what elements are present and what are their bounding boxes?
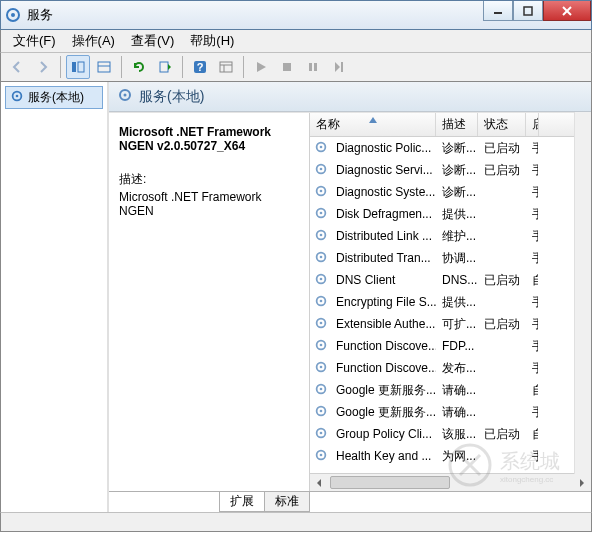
scroll-left-icon[interactable]: [310, 474, 328, 491]
tree-pane: 服务(本地): [1, 82, 109, 512]
svg-point-35: [320, 255, 323, 258]
sort-asc-icon: [369, 113, 377, 126]
service-name-cell: Distributed Tran...: [330, 251, 436, 265]
tree-root-label: 服务(本地): [28, 89, 84, 106]
table-row[interactable]: Distributed Tran...协调...手: [310, 247, 591, 269]
table-row[interactable]: Google 更新服务...请确...手: [310, 401, 591, 423]
pause-service-button[interactable]: [301, 55, 325, 79]
service-name-cell: Diagnostic Servi...: [330, 163, 436, 177]
svg-text:?: ?: [197, 61, 204, 73]
service-name-cell: Group Policy Cli...: [330, 427, 436, 441]
column-header-status[interactable]: 状态: [478, 113, 526, 136]
list-body[interactable]: Diagnostic Polic...诊断...已启动手Diagnostic S…: [310, 137, 591, 473]
export-button[interactable]: [153, 55, 177, 79]
gear-icon: [314, 382, 330, 399]
service-name-cell: Extensible Authe...: [330, 317, 436, 331]
service-status-cell: 已启动: [478, 272, 526, 289]
show-hide-tree-button[interactable]: [66, 55, 90, 79]
svg-point-39: [320, 299, 323, 302]
menu-file[interactable]: 文件(F): [5, 30, 64, 52]
service-desc-cell: 请确...: [436, 382, 478, 399]
table-row[interactable]: Distributed Link ...维护...手: [310, 225, 591, 247]
service-desc-cell: 请确...: [436, 404, 478, 421]
table-row[interactable]: Function Discove...FDP...手: [310, 335, 591, 357]
forward-button[interactable]: [31, 55, 55, 79]
watermark: 系统城 xitongcheng.cc: [445, 440, 585, 490]
refresh-button[interactable]: [127, 55, 151, 79]
service-desc-cell: 发布...: [436, 360, 478, 377]
svg-point-23: [124, 94, 127, 97]
svg-rect-10: [160, 62, 168, 72]
service-name-cell: Function Discove...: [330, 361, 436, 375]
svg-rect-7: [78, 62, 84, 72]
column-header-startup[interactable]: 启: [526, 113, 539, 136]
service-name-cell: Distributed Link ...: [330, 229, 436, 243]
gear-icon: [314, 360, 330, 377]
service-startup-cell: 手: [526, 404, 538, 421]
service-startup-cell: 手: [526, 250, 538, 267]
back-button[interactable]: [5, 55, 29, 79]
service-desc-cell: 可扩...: [436, 316, 478, 333]
menu-help[interactable]: 帮助(H): [182, 30, 242, 52]
service-name-cell: Google 更新服务...: [330, 404, 436, 421]
scrollbar-thumb[interactable]: [330, 476, 450, 489]
table-row[interactable]: DNS ClientDNS...已启动自: [310, 269, 591, 291]
column-header-name[interactable]: 名称: [310, 113, 436, 136]
service-name-cell: Disk Defragmen...: [330, 207, 436, 221]
close-button[interactable]: [543, 1, 591, 21]
service-name-cell: Function Discove...: [330, 339, 436, 353]
svg-point-27: [320, 167, 323, 170]
service-desc-cell: 维护...: [436, 228, 478, 245]
vertical-scrollbar[interactable]: [574, 112, 591, 474]
service-startup-cell: 手: [526, 140, 538, 157]
gear-icon: [314, 294, 330, 311]
table-row[interactable]: Disk Defragmen...提供...手: [310, 203, 591, 225]
gear-icon: [10, 89, 24, 106]
service-name-cell: DNS Client: [330, 273, 436, 287]
table-row[interactable]: Encrypting File S...提供...手: [310, 291, 591, 313]
minimize-button[interactable]: [483, 1, 513, 21]
pane-header: 服务(本地): [109, 82, 591, 112]
restart-service-button[interactable]: [327, 55, 351, 79]
service-startup-cell: 手: [526, 162, 538, 179]
service-startup-cell: 自: [526, 382, 538, 399]
service-name-cell: Diagnostic Polic...: [330, 141, 436, 155]
service-startup-cell: 手: [526, 316, 538, 333]
column-header-description[interactable]: 描述: [436, 113, 478, 136]
gear-icon: [314, 140, 330, 157]
svg-point-45: [320, 365, 323, 368]
gear-icon: [314, 316, 330, 333]
help-button[interactable]: ?: [188, 55, 212, 79]
svg-rect-16: [283, 63, 291, 71]
app-icon: [5, 7, 21, 23]
toolbar: ?: [0, 52, 592, 82]
menu-action[interactable]: 操作(A): [64, 30, 123, 52]
table-row[interactable]: Diagnostic Servi...诊断...已启动手: [310, 159, 591, 181]
service-name-cell: Encrypting File S...: [330, 295, 436, 309]
show-detail-button[interactable]: [92, 55, 116, 79]
stop-service-button[interactable]: [275, 55, 299, 79]
gear-icon: [314, 426, 330, 443]
menu-view[interactable]: 查看(V): [123, 30, 182, 52]
gear-icon: [314, 272, 330, 289]
description-label: 描述:: [119, 171, 299, 188]
svg-rect-6: [72, 62, 76, 72]
svg-text:xitongcheng.cc: xitongcheng.cc: [500, 475, 553, 484]
tab-extended[interactable]: 扩展: [219, 492, 265, 512]
table-row[interactable]: Extensible Authe...可扩...已启动手: [310, 313, 591, 335]
start-service-button[interactable]: [249, 55, 273, 79]
svg-point-53: [320, 453, 323, 456]
tree-root-item[interactable]: 服务(本地): [5, 86, 103, 109]
table-row[interactable]: Function Discove...发布...手: [310, 357, 591, 379]
gear-icon: [314, 250, 330, 267]
tab-standard[interactable]: 标准: [264, 492, 310, 512]
gear-icon: [314, 228, 330, 245]
table-row[interactable]: Diagnostic Syste...诊断...手: [310, 181, 591, 203]
maximize-button[interactable]: [513, 1, 543, 21]
service-status-cell: 已启动: [478, 140, 526, 157]
gear-icon: [117, 87, 133, 106]
properties-button[interactable]: [214, 55, 238, 79]
table-row[interactable]: Diagnostic Polic...诊断...已启动手: [310, 137, 591, 159]
table-row[interactable]: Google 更新服务...请确...自: [310, 379, 591, 401]
svg-point-37: [320, 277, 323, 280]
